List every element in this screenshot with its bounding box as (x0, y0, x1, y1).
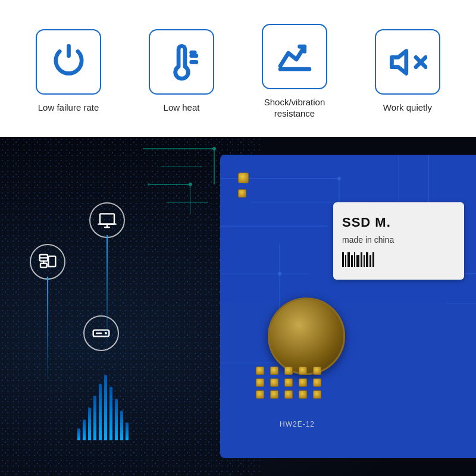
svg-point-41 (278, 272, 281, 275)
shock-vibration-label: Shock/vibration resistance (244, 96, 345, 120)
laptop-icon-circle (89, 202, 125, 238)
bar-code-line (369, 255, 371, 267)
storage-icon-circle (83, 315, 119, 351)
svg-point-14 (189, 183, 192, 186)
bar-code-line (366, 252, 368, 267)
svg-marker-4 (392, 51, 406, 73)
bar-code-line (345, 255, 346, 267)
pin-9 (299, 378, 307, 387)
bar-5 (99, 384, 102, 440)
equalizer-bars (77, 375, 129, 440)
pin-14 (299, 390, 307, 399)
connector-sq-1 (238, 173, 249, 183)
pin-2 (270, 367, 278, 375)
feature-low-failure-rate: Low failure rate (18, 29, 119, 114)
capacitor-component (268, 298, 345, 375)
pin-4 (299, 367, 307, 375)
bar-code-line (361, 252, 362, 267)
features-section: Low failure rate Low heat Shock/vibratio… (0, 0, 476, 137)
pin-7 (270, 378, 278, 387)
pin-13 (284, 390, 293, 399)
pin-11 (256, 390, 264, 399)
icon-box-chart (262, 24, 327, 89)
bar-code-line (347, 252, 350, 267)
pin-3 (284, 367, 293, 375)
svg-point-39 (337, 177, 341, 180)
volume-off-icon (389, 43, 427, 82)
connector-line-1 (47, 277, 48, 384)
feature-work-quietly: Work quietly (357, 29, 458, 114)
pin-1 (256, 367, 264, 375)
icon-box-volume (375, 29, 440, 95)
ssd-board: HW2E-12 SSD M. made in china (220, 155, 476, 458)
svg-rect-17 (48, 256, 55, 267)
pins-grid (256, 367, 324, 399)
low-failure-rate-label: Low failure rate (38, 102, 99, 114)
chart-vibration-icon (275, 37, 314, 76)
drive-icon (92, 324, 111, 343)
feature-shock-vibration: Shock/vibration resistance (244, 24, 345, 120)
svg-rect-20 (40, 264, 47, 268)
bar-code-line (342, 252, 344, 267)
laptop-icon (98, 211, 117, 230)
bar-10 (126, 422, 129, 440)
bottom-section: HW2E-12 SSD M. made in china (0, 137, 476, 476)
power-icon (49, 43, 88, 82)
bar-6 (104, 375, 107, 440)
desktop-icon-circle (30, 244, 65, 280)
pin-6 (256, 378, 264, 387)
ssd-made-in-text: made in china (342, 235, 455, 245)
connector-sq-2 (238, 189, 246, 198)
ssd-title-text: SSD M. (342, 215, 455, 230)
svg-point-13 (212, 147, 216, 151)
bar-1 (77, 428, 80, 440)
thermometer-icon (162, 43, 201, 82)
low-heat-label: Low heat (164, 102, 200, 114)
feature-low-heat: Low heat (131, 29, 232, 114)
svg-point-15 (148, 183, 150, 186)
bar-8 (115, 399, 118, 440)
connector-line-2 (107, 235, 108, 354)
pin-12 (270, 390, 278, 399)
bar-4 (93, 396, 96, 440)
ssd-sticker-label: SSD M. made in china (333, 202, 464, 280)
icon-box-power (36, 29, 101, 95)
pin-15 (313, 390, 321, 399)
bar-code-line (354, 252, 355, 267)
hw-code-label: HW2E-12 (280, 420, 315, 428)
bar-7 (109, 387, 112, 440)
bar-code-line (364, 255, 365, 267)
bar-code-line (356, 255, 359, 267)
svg-rect-21 (100, 214, 114, 224)
teal-circuit-lines (131, 137, 220, 256)
pin-5 (313, 367, 321, 375)
bar-3 (88, 408, 91, 440)
bar-9 (120, 411, 123, 440)
bar-code-line (372, 252, 374, 267)
work-quietly-label: Work quietly (383, 102, 432, 114)
bar-2 (83, 419, 86, 440)
pin-10 (313, 378, 321, 387)
desktop-pc-icon (38, 252, 57, 271)
icon-box-thermometer (149, 29, 214, 95)
pin-8 (284, 378, 293, 387)
circuit-lines-svg (220, 155, 476, 458)
barcode (342, 249, 455, 267)
bar-code-line (351, 255, 353, 267)
connector-squares-top (238, 173, 249, 198)
